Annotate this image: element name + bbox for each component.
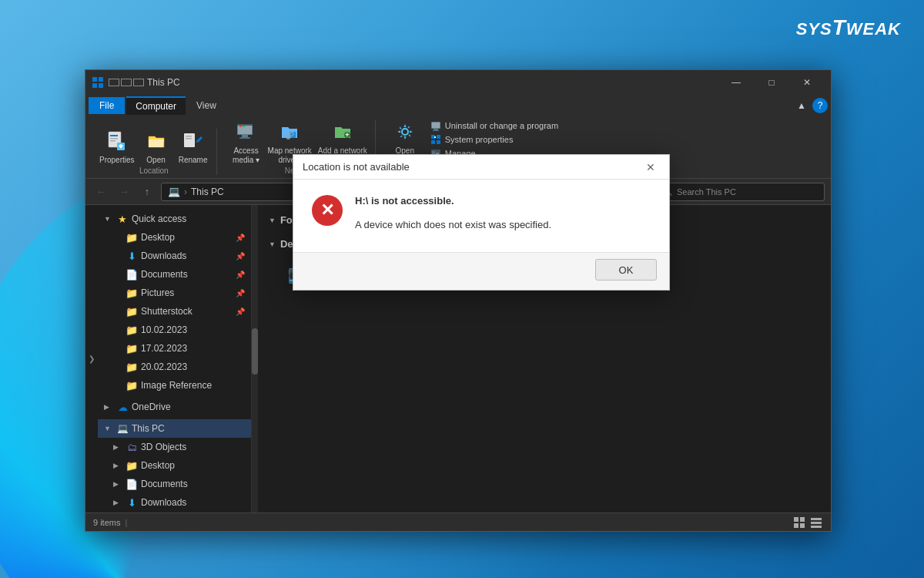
documents-qa-pin: 📌 <box>236 271 245 279</box>
status-bar: 9 items | <box>85 512 831 531</box>
svg-rect-29 <box>437 135 440 139</box>
ribbon-collapse-arrow[interactable]: ▲ <box>794 99 809 113</box>
svg-rect-17 <box>239 126 242 127</box>
ribbon-uninstall-button[interactable]: Uninstall or change a program <box>428 119 561 132</box>
error-dialog[interactable]: Location is not available ✕ ✕ H:\ is not… <box>293 154 670 291</box>
title-tab-3[interactable] <box>133 79 144 86</box>
sidebar-item-20022023[interactable]: 📁 20.02.2023 <box>98 358 251 376</box>
close-button[interactable]: ✕ <box>789 70 825 95</box>
svg-rect-14 <box>237 124 253 126</box>
up-button[interactable]: ↑ <box>138 183 156 201</box>
quick-access-icon: ★ <box>116 213 129 225</box>
ribbon-rename-button[interactable]: Rename <box>178 129 209 165</box>
image-ref-label: Image Reference <box>141 380 245 391</box>
ribbon-properties-button[interactable]: Properties <box>99 129 135 165</box>
this-pc-label: This PC <box>132 423 245 434</box>
shutterstock-icon: 📁 <box>126 305 138 318</box>
path-label: This PC <box>191 187 224 197</box>
sidebar-item-desktop-pc[interactable]: ▶ 📁 Desktop <box>98 456 251 475</box>
downloads-pc-icon: ⬇ <box>126 496 138 509</box>
sidebar-item-documents-qa[interactable]: 📄 Documents 📌 <box>98 265 251 284</box>
title-tab-2[interactable] <box>121 79 132 86</box>
sidebar-item-downloads-pc[interactable]: ▶ ⬇ Downloads <box>98 493 251 512</box>
ribbon-location-items: Properties Open <box>99 129 209 165</box>
properties-label: Properties <box>99 156 135 165</box>
pictures-qa-icon: 📁 <box>126 287 138 299</box>
desktop-pc-icon: 📁 <box>126 459 138 472</box>
svg-rect-27 <box>433 130 439 131</box>
tab-view[interactable]: View <box>187 97 226 114</box>
system-properties-label: System properties <box>445 135 514 144</box>
svg-rect-10 <box>186 136 192 137</box>
documents-pc-label: Documents <box>141 479 245 489</box>
onedrive-label: OneDrive <box>132 402 245 412</box>
this-pc-icon: 💻 <box>116 422 129 435</box>
ribbon-access-media-button[interactable]: Accessmedia ▾ <box>231 119 262 165</box>
dialog-body: ✕ H:\ is not accessible. A device which … <box>293 180 669 249</box>
dialog-footer: OK <box>293 252 669 290</box>
maximize-button[interactable]: □ <box>754 70 789 95</box>
sidebar-toggle[interactable]: ❯ <box>85 205 98 512</box>
svg-rect-26 <box>434 129 438 130</box>
17022023-label: 17.02.2023 <box>141 343 245 354</box>
rename-label: Rename <box>179 156 208 165</box>
view-list-button[interactable] <box>809 516 823 529</box>
svg-rect-30 <box>431 140 435 144</box>
onedrive-section: ▶ ☁ OneDrive <box>98 396 251 418</box>
onedrive-header[interactable]: ▶ ☁ OneDrive <box>98 398 251 416</box>
svg-rect-2 <box>92 83 97 88</box>
this-pc-header[interactable]: ▼ 💻 This PC <box>98 419 251 438</box>
item-count: 9 items <box>93 518 120 527</box>
sidebar-item-shutterstock[interactable]: 📁 Shutterstock 📌 <box>98 302 251 321</box>
sidebar-item-desktop-qa[interactable]: 📁 Desktop 📌 <box>98 228 251 247</box>
svg-text:🔗: 🔗 <box>286 131 295 140</box>
svg-rect-11 <box>186 138 192 139</box>
dialog-close-button[interactable]: ✕ <box>641 158 660 176</box>
forward-button[interactable]: → <box>115 183 133 201</box>
add-location-icon: + <box>330 119 355 144</box>
image-ref-icon: 📁 <box>126 379 138 391</box>
sidebar-item-downloads-qa[interactable]: ⬇ Downloads 📌 <box>98 247 251 265</box>
path-computer-icon: 💻 <box>168 186 180 197</box>
sidebar-item-documents-pc[interactable]: ▶ 📄 Documents <box>98 475 251 493</box>
ribbon-help-button[interactable]: ? <box>812 98 828 113</box>
devices-chevron: ▼ <box>269 240 276 248</box>
location-group-label: Location <box>139 166 169 175</box>
status-bar-right <box>792 516 823 529</box>
ribbon-system-properties-button[interactable]: System properties <box>428 133 561 146</box>
sidebar-item-pictures-qa[interactable]: 📁 Pictures 📌 <box>98 284 251 302</box>
svg-rect-25 <box>432 123 440 128</box>
3d-objects-chevron: ▶ <box>113 443 122 451</box>
ribbon-open-button[interactable]: Open <box>141 129 172 165</box>
sidebar-item-17022023[interactable]: 📁 17.02.2023 <box>98 339 251 358</box>
sidebar-item-image-reference[interactable]: 📁 Image Reference <box>98 376 251 395</box>
20022023-label: 20.02.2023 <box>141 361 245 372</box>
documents-qa-label: Documents <box>141 269 233 280</box>
view-tiles-button[interactable] <box>792 516 806 529</box>
sidebar-item-3d-objects[interactable]: ▶ 🗂 3D Objects <box>98 438 251 456</box>
open-icon <box>144 129 169 153</box>
sidebar-scrollbar[interactable] <box>252 205 258 512</box>
shutterstock-label: Shutterstock <box>141 306 233 317</box>
uninstall-label: Uninstall or change a program <box>445 121 558 130</box>
dialog-ok-button[interactable]: OK <box>595 259 657 281</box>
quick-access-section: ▼ ★ Quick access 📁 Desktop 📌 ⬇ Downloads… <box>98 208 251 396</box>
sidebar-item-10022023[interactable]: 📁 10.02.2023 <box>98 321 251 339</box>
shutterstock-pin: 📌 <box>236 307 245 316</box>
downloads-qa-label: Downloads <box>141 250 233 261</box>
brand-tweak: TWEAK <box>832 19 901 39</box>
back-button[interactable]: ← <box>92 183 110 201</box>
10022023-label: 10.02.2023 <box>141 324 245 335</box>
tab-computer[interactable]: Computer <box>126 96 186 115</box>
properties-icon <box>105 129 129 153</box>
quick-access-header[interactable]: ▼ ★ Quick access <box>98 210 251 228</box>
desktop-pc-chevron: ▶ <box>113 462 122 469</box>
svg-point-23 <box>402 129 408 135</box>
rename-icon <box>181 129 206 153</box>
svg-rect-18 <box>243 126 245 127</box>
search-bar[interactable]: 🔍 Search This PC <box>655 183 825 201</box>
minimize-button[interactable]: — <box>718 70 754 95</box>
tab-file[interactable]: File <box>89 97 125 114</box>
system-props-icon <box>430 134 441 145</box>
title-tab-1[interactable] <box>109 79 119 86</box>
